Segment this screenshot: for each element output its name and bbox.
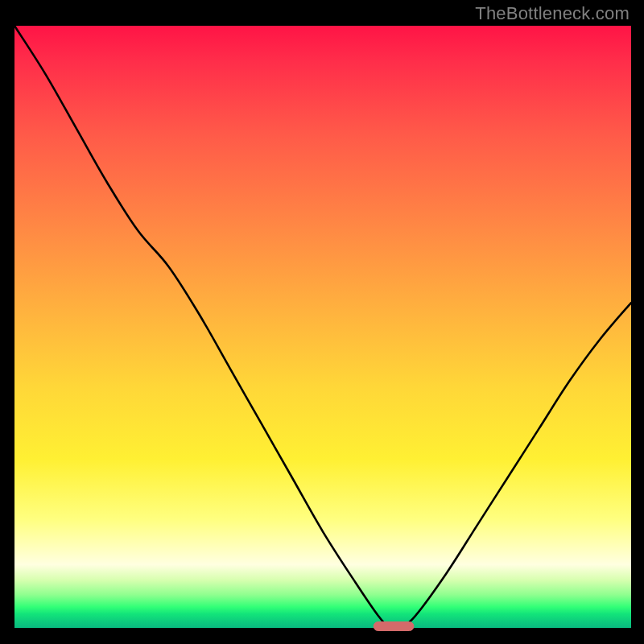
bottleneck-curve <box>14 26 631 630</box>
attribution-text: TheBottleneck.com <box>475 3 630 24</box>
outer-frame: TheBottleneck.com <box>0 0 644 644</box>
chart-svg <box>14 26 631 628</box>
optimum-marker <box>374 622 414 631</box>
chart-area <box>14 26 631 628</box>
